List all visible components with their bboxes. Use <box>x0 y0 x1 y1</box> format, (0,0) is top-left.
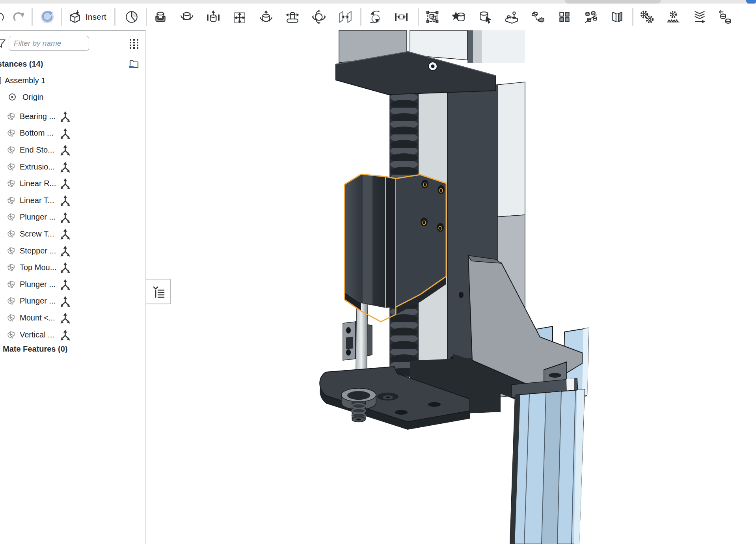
revolute-mate-icon <box>180 10 194 24</box>
origin-label: Origin <box>22 93 43 102</box>
aluminum-extrusion-lower[interactable] <box>510 378 585 544</box>
dof-tripod-icon[interactable] <box>59 313 71 324</box>
ball-mate-button[interactable] <box>306 7 332 27</box>
parallel-mate-button[interactable] <box>332 7 359 27</box>
tree-node-instance[interactable]: Plunger ... <box>0 276 146 293</box>
dof-tripod-icon[interactable] <box>59 246 71 257</box>
cylindrical-mate-button[interactable] <box>253 7 279 27</box>
pattern-icon <box>557 10 572 24</box>
part-icon <box>6 195 16 206</box>
filter-funnel-icon <box>0 38 6 49</box>
dof-tripod-icon[interactable] <box>59 195 71 207</box>
pattern-button[interactable] <box>551 7 578 27</box>
toolbar-separator <box>360 8 361 26</box>
sync-button[interactable] <box>38 7 57 27</box>
dof-tripod-icon[interactable] <box>59 145 71 156</box>
ball-mate-icon <box>312 10 326 24</box>
named-positions-button[interactable] <box>446 7 472 27</box>
part-icon <box>6 313 16 323</box>
insert-label: Insert <box>86 12 106 22</box>
fastened-mate-button[interactable] <box>147 7 174 27</box>
toolbar-separator <box>632 8 633 26</box>
part-icon <box>6 229 16 239</box>
instance-label: Bottom ... <box>20 129 54 138</box>
tangent-mate-icon <box>368 10 382 24</box>
belt-relation-button[interactable] <box>713 7 739 27</box>
screw-relation-button[interactable] <box>687 7 713 27</box>
planar-mate-button[interactable] <box>227 7 253 27</box>
tree-node-instance[interactable]: Stepper ... <box>0 242 146 259</box>
replicate-button[interactable] <box>472 7 499 27</box>
instance-label: Top Mou... <box>20 263 56 272</box>
tree-node-instance[interactable]: Screw T... <box>0 225 146 242</box>
fastened-mate-icon <box>153 10 168 24</box>
tree-node-instance[interactable]: Bottom ... <box>0 125 146 142</box>
mate-connector-button[interactable] <box>419 7 446 27</box>
named-positions-icon <box>452 10 466 24</box>
origin-icon <box>7 92 17 102</box>
instance-label: Bearing ... <box>20 112 56 121</box>
dof-tripod-icon[interactable] <box>59 296 71 307</box>
exploded-view-button[interactable] <box>578 7 604 27</box>
filter-input[interactable] <box>9 36 89 51</box>
tree-node-instance[interactable]: Linear T... <box>0 192 146 209</box>
graphics-viewport[interactable] <box>146 30 756 544</box>
dof-tripod-icon[interactable] <box>59 279 71 291</box>
exploded-view-icon <box>584 10 598 24</box>
tree-node-instance[interactable]: Extrusio... <box>0 158 146 175</box>
planar-mate-icon <box>233 10 247 24</box>
dof-tripod-icon[interactable] <box>59 262 71 274</box>
group-button[interactable] <box>388 7 415 27</box>
instances-panel: Instances (14) Assembly 1 Origin Bearing… <box>0 30 146 544</box>
sync-icon <box>39 9 55 25</box>
slider-mate-button[interactable] <box>200 7 227 27</box>
dof-tripod-icon[interactable] <box>59 111 71 123</box>
instance-label: Stepper ... <box>20 246 56 255</box>
tree-node-instance[interactable]: Bearing ... <box>0 108 146 125</box>
panel-collapse-tab[interactable] <box>146 279 171 304</box>
assembly-model <box>146 30 756 544</box>
toolbar-separator <box>61 8 62 26</box>
dof-tripod-icon[interactable] <box>59 212 71 224</box>
section-tool-button[interactable] <box>604 7 631 27</box>
gear-relation-button[interactable] <box>634 7 660 27</box>
section-tool-icon <box>610 10 624 24</box>
mate-features-header[interactable]: Mate Features (0) <box>0 343 146 355</box>
history-button[interactable] <box>122 7 141 27</box>
tree-node-instance[interactable]: Mount <... <box>0 309 146 326</box>
dof-tripod-icon[interactable] <box>59 162 71 173</box>
rack-pinion-relation-button[interactable] <box>660 7 687 27</box>
tree-node-instance[interactable]: Linear R... <box>0 175 146 192</box>
dof-tripod-icon[interactable] <box>59 330 71 341</box>
snap-mode-button[interactable] <box>499 7 525 27</box>
tree-node-instance[interactable]: Top Mou... <box>0 259 146 276</box>
assembly-toolbar: Insert <box>0 4 756 30</box>
dof-tripod-icon[interactable] <box>59 128 71 140</box>
tree-node-assembly[interactable]: Assembly 1 <box>0 75 146 86</box>
snap-mode-icon <box>505 10 519 24</box>
part-icon <box>6 262 16 273</box>
instance-label: Mount <... <box>20 313 55 322</box>
insert-button[interactable]: Insert <box>65 7 109 27</box>
list-view-icon[interactable] <box>128 37 140 49</box>
dof-tripod-icon[interactable] <box>59 229 71 240</box>
tangent-mate-button[interactable] <box>362 7 388 27</box>
tree-node-instance[interactable]: End Sto... <box>0 142 146 158</box>
add-instance-icon[interactable] <box>127 58 140 70</box>
tree-node-instance[interactable]: Vertical ... <box>0 326 146 343</box>
transform-button[interactable] <box>525 7 551 27</box>
undo-button[interactable] <box>0 7 6 27</box>
screw-relation-icon <box>693 10 707 24</box>
tree-node-instance[interactable]: Plunger ... <box>0 209 146 226</box>
belt-relation-icon <box>719 10 733 24</box>
revolute-mate-button[interactable] <box>174 7 200 27</box>
part-icon <box>6 279 16 290</box>
dof-tripod-icon[interactable] <box>59 178 71 190</box>
collapse-list-icon <box>151 284 166 299</box>
part-icon <box>6 330 16 340</box>
redo-button[interactable] <box>11 7 27 27</box>
instances-header-row: Instances (14) <box>0 58 146 70</box>
tree-node-instance[interactable]: Plunger ... <box>0 293 146 310</box>
tree-node-origin[interactable]: Origin <box>0 91 146 103</box>
pin-slot-mate-button[interactable] <box>279 7 306 27</box>
